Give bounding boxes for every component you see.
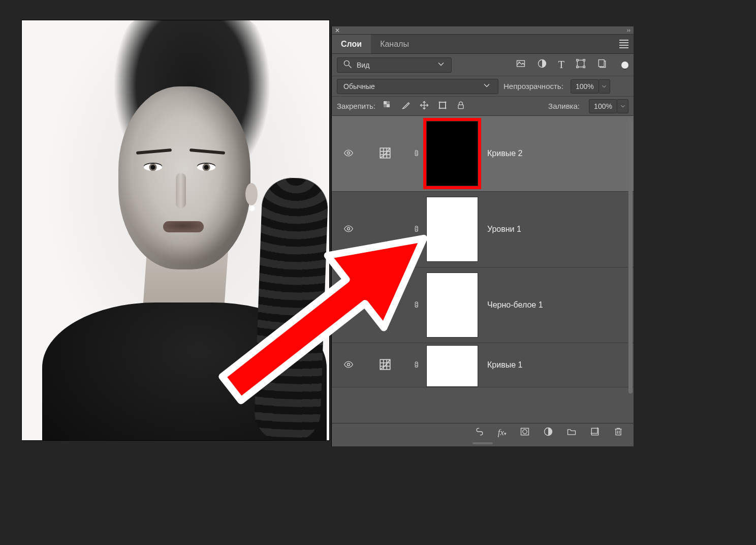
svg-rect-14 bbox=[387, 104, 390, 107]
svg-rect-7 bbox=[583, 59, 585, 61]
lock-label: Закрепить: bbox=[337, 102, 375, 110]
layer-row[interactable]: Кривые 2 bbox=[332, 116, 634, 192]
svg-point-30 bbox=[348, 227, 350, 230]
svg-rect-12 bbox=[387, 101, 390, 104]
tab-channels[interactable]: Каналы bbox=[371, 35, 418, 53]
filter-label: Вид bbox=[357, 61, 369, 69]
close-icon[interactable]: ✕ bbox=[335, 27, 340, 34]
trash-icon[interactable] bbox=[613, 427, 623, 438]
fx-icon[interactable]: fx▾ bbox=[498, 428, 507, 438]
layer-name[interactable]: Черно-белое 1 bbox=[487, 300, 543, 310]
svg-point-32 bbox=[348, 303, 350, 306]
lock-paint-icon[interactable] bbox=[401, 100, 411, 112]
lock-position-icon[interactable] bbox=[419, 100, 429, 112]
layers-panel: ✕ ›› Слои Каналы Вид T bbox=[332, 26, 634, 446]
blend-mode-dropdown[interactable]: Обычные bbox=[337, 79, 498, 94]
add-mask-icon[interactable] bbox=[520, 427, 530, 438]
lock-all-icon[interactable] bbox=[456, 100, 466, 112]
svg-rect-9 bbox=[583, 66, 585, 68]
layer-name[interactable]: Уровни 1 bbox=[487, 225, 521, 234]
svg-point-23 bbox=[348, 152, 350, 154]
filter-smartobj-icon[interactable] bbox=[597, 58, 607, 71]
link-icon[interactable] bbox=[413, 359, 421, 371]
bw-adjust-icon[interactable] bbox=[379, 298, 392, 313]
link-icon[interactable] bbox=[413, 224, 421, 235]
svg-rect-8 bbox=[577, 66, 578, 68]
layer-row[interactable]: Кривые 1 bbox=[332, 343, 634, 387]
blend-mode-value: Обычные bbox=[343, 82, 375, 90]
link-icon[interactable] bbox=[413, 299, 421, 311]
curves-adjust-icon[interactable] bbox=[379, 358, 392, 373]
scrollbar[interactable] bbox=[628, 119, 633, 393]
new-group-icon[interactable] bbox=[566, 427, 577, 438]
fill-chevron[interactable] bbox=[617, 99, 628, 113]
document-canvas[interactable] bbox=[22, 20, 329, 440]
opacity-label: Непрозрачность: bbox=[503, 82, 563, 90]
opacity-input[interactable]: 100% bbox=[571, 79, 599, 94]
visibility-eye-icon[interactable] bbox=[343, 359, 354, 371]
opacity-chevron[interactable] bbox=[599, 79, 610, 94]
svg-point-3 bbox=[518, 62, 519, 63]
svg-rect-34 bbox=[380, 299, 385, 310]
new-layer-icon[interactable] bbox=[590, 427, 600, 438]
svg-point-36 bbox=[348, 363, 350, 366]
resize-grip[interactable] bbox=[332, 441, 634, 446]
svg-rect-42 bbox=[415, 364, 418, 366]
svg-rect-31 bbox=[415, 228, 418, 230]
layer-mask-thumbnail[interactable] bbox=[426, 272, 478, 338]
search-icon bbox=[342, 59, 353, 71]
svg-point-0 bbox=[344, 60, 349, 66]
layer-row[interactable]: Черно-белое 1 bbox=[332, 267, 634, 343]
filter-adjust-icon[interactable] bbox=[537, 58, 547, 71]
chevron-down-icon bbox=[482, 80, 492, 92]
chevron-down-icon bbox=[436, 59, 446, 71]
svg-rect-6 bbox=[577, 59, 578, 61]
visibility-eye-icon[interactable] bbox=[343, 224, 354, 235]
filter-shape-icon[interactable] bbox=[576, 58, 586, 71]
filter-pixel-icon[interactable] bbox=[516, 58, 526, 71]
layer-mask-thumbnail[interactable] bbox=[426, 345, 478, 387]
svg-line-1 bbox=[349, 66, 352, 68]
svg-rect-17 bbox=[439, 102, 446, 108]
svg-rect-29 bbox=[415, 152, 418, 154]
layer-mask-thumbnail[interactable] bbox=[426, 121, 478, 186]
layer-row[interactable]: Уровни 1 bbox=[332, 192, 634, 267]
visibility-eye-icon[interactable] bbox=[343, 148, 354, 160]
fill-input[interactable]: 100% bbox=[589, 99, 617, 113]
panel-menu-icon[interactable] bbox=[619, 40, 628, 48]
svg-point-44 bbox=[523, 430, 527, 434]
svg-rect-35 bbox=[415, 304, 418, 306]
lock-artboard-icon[interactable] bbox=[437, 100, 448, 112]
panel-bottom-toolbar: fx▾ bbox=[332, 423, 634, 441]
layer-name[interactable]: Кривые 2 bbox=[487, 149, 522, 158]
link-layers-icon[interactable] bbox=[475, 427, 485, 438]
filter-type-icon[interactable]: T bbox=[558, 59, 564, 71]
layer-filter-dropdown[interactable]: Вид bbox=[337, 57, 452, 73]
link-icon[interactable] bbox=[413, 148, 421, 160]
svg-rect-11 bbox=[384, 101, 387, 104]
fill-label: Заливка: bbox=[548, 102, 580, 110]
layer-mask-thumbnail[interactable] bbox=[426, 197, 478, 262]
panel-tabs: Слои Каналы bbox=[332, 35, 634, 54]
layers-list: Кривые 2 Уровни 1 Черно-белое 1 bbox=[332, 116, 634, 423]
layer-name[interactable]: Кривые 1 bbox=[487, 360, 522, 370]
curves-adjust-icon[interactable] bbox=[379, 146, 392, 161]
svg-rect-22 bbox=[458, 105, 463, 109]
svg-rect-13 bbox=[384, 104, 387, 107]
visibility-eye-icon[interactable] bbox=[343, 299, 354, 311]
lock-transparency-icon[interactable] bbox=[383, 100, 393, 112]
svg-rect-10 bbox=[598, 60, 604, 67]
new-adjustment-icon[interactable] bbox=[543, 427, 553, 438]
collapse-icon[interactable]: ›› bbox=[627, 27, 631, 33]
filter-toggle[interactable] bbox=[621, 62, 628, 69]
tab-layers[interactable]: Слои bbox=[332, 35, 371, 53]
